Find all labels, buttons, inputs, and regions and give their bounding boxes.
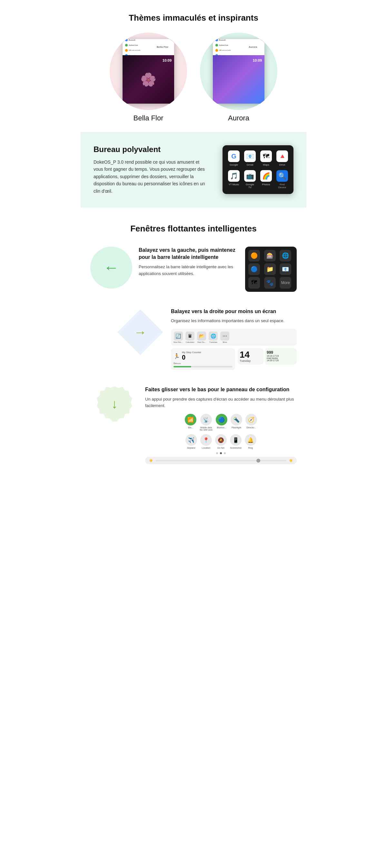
qs-mobile-data-label: Mobile data No SIM card xyxy=(200,426,213,431)
sidebar-app-4: 🔵 xyxy=(248,264,260,275)
theme-item-aurora: Settings 🔍 Search settings Wi-Fi Bluetoo… xyxy=(200,33,277,122)
app-grid: G Google 📧 Gmail 🗺 Maps 🔺 Drive 🎵 xyxy=(228,150,288,189)
cal-day: 14 xyxy=(240,350,261,359)
theme-item-bella-flor: Settings 🔍 Search settings Wi-Fi Bluetoo… xyxy=(110,33,187,122)
brightness-bar[interactable]: ☀️ ☀️ xyxy=(145,457,297,464)
qs-screenshot-icon: 📱 xyxy=(230,434,242,446)
tools-row: 🔄 New Rec... 🖩 Calculator 📂 Start Do... … xyxy=(174,332,294,343)
dot-3 xyxy=(224,452,226,454)
swipe-down-content: Faites glisser vers le bas pour le panne… xyxy=(145,386,297,464)
dot-2 xyxy=(220,452,222,454)
brightness-fill xyxy=(155,460,286,461)
qs-direction-icon: 🧭 xyxy=(245,414,257,426)
swipe-down-arrow: ↓ xyxy=(111,397,118,411)
qs-bluetooth[interactable]: 📶 Bla... xyxy=(185,414,197,431)
fenetres-title: Fenêtres flottantes intelligentes xyxy=(90,224,297,234)
bureau-section: Bureau polyvalent DokeOS_P 3.0 rend poss… xyxy=(81,132,306,208)
cal-countdown-row: 14 Tuesday 999 16:19-17:19 read books 14… xyxy=(238,348,297,365)
wallpaper-aurora: 10:09 xyxy=(213,55,265,104)
app-google: G Google xyxy=(228,150,240,166)
swipe-left-content: Balayez vers la gauche, puis maintenez p… xyxy=(139,247,239,281)
qs-bluetooth2-label: Bluetoo... xyxy=(217,426,226,429)
qs-airplane[interactable]: ✈️ Airplane xyxy=(185,434,197,449)
tools-row-widget: 🔄 New Rec... 🖩 Calculator 📂 Start Do... … xyxy=(171,329,297,346)
countdown-time: 16:19-17:19 xyxy=(267,355,295,357)
swipe-left-heading: Balayez vers la gauche, puis maintenez p… xyxy=(139,247,239,261)
theme-circle-aurora: Settings 🔍 Search settings Wi-Fi Bluetoo… xyxy=(200,33,277,110)
steps-widget: 🏃 My Step Counter 0 8Minute xyxy=(171,348,235,370)
app-photos: 🌈 Photos xyxy=(260,170,272,189)
swipe-down-heading: Faites glisser vers le bas pour le panne… xyxy=(145,386,297,393)
phone-header-bella-flor: Settings 🔍 Search settings Wi-Fi Bluetoo… xyxy=(122,39,174,55)
tool-start: 📂 Start Do... xyxy=(197,332,206,343)
swipe-down-item: ↓ Faites glisser vers le bas pour le pan… xyxy=(90,386,297,464)
sidebar-app-3: 🌐 xyxy=(280,250,291,261)
phone-mock-aurora: Settings 🔍 Search settings Wi-Fi Bluetoo… xyxy=(213,39,265,104)
swipe-right-content: Balayez vers la droite pour moins un écr… xyxy=(171,308,297,370)
brightness-thumb xyxy=(256,459,260,463)
bureau-text: Bureau polyvalent DokeOS_P 3.0 rend poss… xyxy=(94,145,210,195)
qs-ring-label: Ring xyxy=(248,447,253,449)
sidebar-apps-mockup: 🟠 🎰 🌐 🔵 📁 📧 🗺 🐾 More xyxy=(245,247,297,292)
swipe-left-circle: ← xyxy=(90,247,132,288)
wallpaper-bella-flor: 10:09 🌸 xyxy=(122,55,174,104)
tool-translate: 🌐 Translate xyxy=(209,332,218,343)
dot-1 xyxy=(216,452,218,454)
countdown-number: 999 xyxy=(267,350,295,355)
timer-label: 8Minute xyxy=(174,362,233,365)
sidebar-grid: 🟠 🎰 🌐 🔵 📁 📧 🗺 🐾 More xyxy=(248,250,293,288)
app-ytmusic: 🎵 YT Music xyxy=(228,170,240,189)
brightness-icon: ☀️ xyxy=(149,459,153,462)
swipe-right-heading: Balayez vers la droite pour moins un écr… xyxy=(171,308,297,315)
qs-airplane-label: Airplane xyxy=(187,447,196,449)
qs-bluetooth2[interactable]: 🔵 Bluetoo... xyxy=(216,414,227,431)
app-maps: 🗺 Maps xyxy=(260,150,272,166)
qs-direction[interactable]: 🧭 Directio... xyxy=(245,414,257,431)
swipe-left-item: ← Balayez vers la gauche, puis maintenez… xyxy=(90,247,297,292)
sidebar-app-8: 🐾 xyxy=(264,277,276,288)
themes-section: Thèmes immaculés et inspirants Settings … xyxy=(81,0,306,132)
bureau-image: G Google 📧 Gmail 🗺 Maps 🔺 Drive 🎵 xyxy=(222,145,293,194)
swipe-right-item: Balayez vers la droite pour moins un écr… xyxy=(90,308,297,370)
bureau-title: Bureau polyvalent xyxy=(94,145,210,154)
app-gmail: 📧 Gmail xyxy=(244,150,256,166)
qs-flashlight[interactable]: 🔦 Flashlight xyxy=(231,414,242,431)
qs-flashlight-label: Flashlight xyxy=(232,426,241,429)
steps-label: My Step Counter xyxy=(182,351,201,354)
themes-row: Settings 🔍 Search settings Wi-Fi Bluetoo… xyxy=(87,33,300,122)
countdown-task-time: 14:20-17:20 xyxy=(267,359,295,362)
sidebar-app-7: 🗺 xyxy=(248,277,260,288)
qs-screenshot[interactable]: 📱 Screenshot xyxy=(230,434,242,449)
qs-row-2: ✈️ Airplane 📍 Location 🔕 Do Not 📱 Screen… xyxy=(145,434,297,449)
qs-ring-icon: 🔔 xyxy=(245,434,256,446)
swipe-down-icon-wrap: ↓ xyxy=(90,386,139,422)
steps-icon: 🏃 xyxy=(174,353,180,359)
sidebar-app-more: More xyxy=(280,277,291,288)
qs-location-icon: 📍 xyxy=(200,434,212,446)
swipe-down-gear: ↓ xyxy=(97,386,132,422)
qs-bluetooth-label: Bla... xyxy=(188,426,193,429)
tablet-mock: G Google 📧 Gmail 🗺 Maps 🔺 Drive 🎵 xyxy=(222,145,293,194)
qs-flashlight-icon: 🔦 xyxy=(231,414,242,426)
app-googletv: 📺 Google TV xyxy=(244,170,256,189)
steps-progress xyxy=(174,366,233,367)
tool-more: ⋯ More xyxy=(220,332,229,343)
qs-ring[interactable]: 🔔 Ring xyxy=(245,434,256,449)
qs-donotdisturb-icon: 🔕 xyxy=(215,434,227,446)
calendar-countdown-col: 14 Tuesday 999 16:19-17:19 read books 14… xyxy=(238,348,297,370)
qs-screenshot-label: Screenshot xyxy=(230,447,241,449)
themes-title: Thèmes immaculés et inspirants xyxy=(87,13,300,23)
qs-mobile-data[interactable]: 📡 Mobile data No SIM card xyxy=(200,414,213,431)
swipe-right-arrow: → xyxy=(134,325,147,339)
qs-donotdisturb[interactable]: 🔕 Do Not xyxy=(215,434,227,449)
dots-indicator xyxy=(145,452,297,454)
tool-newrec: 🔄 New Rec... xyxy=(174,332,183,343)
qs-row-1: 📶 Bla... 📡 Mobile data No SIM card 🔵 Blu… xyxy=(145,414,297,431)
qs-location[interactable]: 📍 Location xyxy=(200,434,212,449)
steps-value: 0 xyxy=(182,354,201,361)
qs-bluetooth-icon: 📶 xyxy=(185,414,197,426)
theme-label-bella-flor: Bella Flor xyxy=(134,114,164,122)
qs-mobile-data-icon: 📡 xyxy=(200,414,212,426)
bureau-description: DokeOS_P 3.0 rend possible ce qui vous a… xyxy=(94,158,210,195)
countdown-task: read books xyxy=(267,357,295,359)
